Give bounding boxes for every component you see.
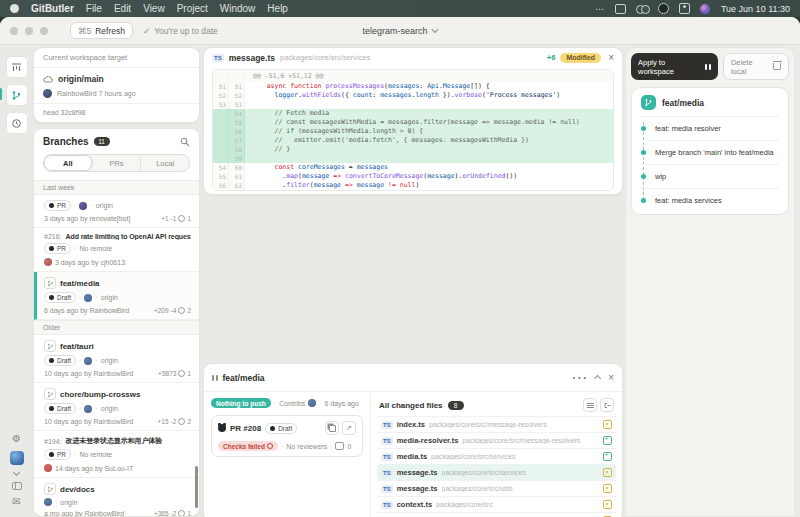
more-icon[interactable]: ⋯ (571, 368, 587, 387)
pr-badge: PR (44, 243, 71, 254)
refresh-button[interactable]: ⌘5 Refresh (70, 22, 133, 39)
file-name: media.ts (397, 452, 427, 461)
collapse-icon[interactable] (594, 375, 601, 382)
file-row[interactable]: TSmedia.tspackages/core/src/services (377, 448, 616, 464)
branch-list-item[interactable]: feat/tauriDraft··origin10 days ago by Ra… (34, 335, 199, 383)
close-icon[interactable]: × (608, 372, 614, 383)
file-name: context.ts (397, 500, 432, 509)
branch-icon (44, 483, 56, 495)
draft-badge: Draft (44, 292, 76, 303)
file-row[interactable]: TSmessage.tspackages/core/src/utils (377, 480, 616, 496)
project-selector[interactable]: telegram-search (362, 26, 437, 36)
diff-line[interactable]: 5561 .map(message => convertToCoreMessag… (213, 172, 613, 181)
branch-list-item[interactable]: dev/docs·origina mo ago by RainbowBird+3… (34, 478, 199, 516)
file-row[interactable]: TSindex.tspackages/core/src/message-reso… (377, 416, 616, 432)
zoom-window-button[interactable] (40, 27, 48, 35)
tab-local[interactable]: Local (141, 155, 189, 171)
diff-line[interactable]: 58 // } (213, 145, 613, 154)
file-row[interactable]: TSmessage.tspackages/core/src/services (377, 464, 616, 480)
apply-to-workspace-button[interactable]: Apply to workspace (631, 53, 718, 80)
file-path: packages/core/src/services (431, 453, 515, 460)
minimize-window-button[interactable] (25, 27, 33, 35)
user-switcher-icon[interactable] (679, 4, 690, 14)
commit-row[interactable]: wip (641, 164, 779, 188)
new-line-number: 60 (229, 163, 245, 172)
branch-list-item[interactable]: chore/bump-crosswsDraft··origin10 days a… (34, 383, 199, 431)
branches-title: Branches (43, 136, 89, 147)
github-icon (49, 452, 54, 457)
copy-icon[interactable] (325, 421, 339, 435)
branch-meta: 3 days ago by renovate[bot] (44, 215, 130, 222)
sidebar-scrollbar[interactable] (195, 466, 198, 508)
window-toolbar: ⌘5 Refresh ✓ You're up to date telegram-… (0, 17, 800, 45)
branch-list-item[interactable]: #216:Add rate limiting to OpenAI API req… (34, 228, 199, 272)
diff-line[interactable]: 54 // Fetch media (213, 109, 613, 118)
diff-line[interactable]: 55 // const messagesWithMedia = messages… (213, 118, 613, 127)
menu-item-project[interactable]: Project (177, 3, 208, 14)
file-row[interactable]: TSmedia-resolver.tspackages/core/src/mes… (377, 432, 616, 448)
menu-item-window[interactable]: Window (220, 3, 256, 14)
tab-prs[interactable]: PRs (93, 155, 142, 171)
mail-icon[interactable]: ✉ (12, 497, 20, 507)
diff-line[interactable]: 5353 (213, 100, 613, 109)
history-icon[interactable] (6, 112, 28, 134)
github-icon (49, 406, 54, 411)
search-icon[interactable] (180, 137, 190, 147)
branch-list-item[interactable]: PR··origin3 days ago by renovate[bot]+1-… (34, 195, 199, 228)
siri-icon[interactable] (700, 4, 711, 14)
diff-line[interactable]: 57 // emitter.emit('media:fetch', { mess… (213, 136, 613, 145)
apple-menu-icon[interactable] (10, 4, 19, 13)
diff-line[interactable]: 59 (213, 154, 613, 163)
branch-stats: +1-11 (161, 215, 191, 222)
menu-item-view[interactable]: View (143, 3, 165, 14)
diff-line[interactable]: 5460 const coreMessages = messages (213, 163, 613, 172)
dark-app-icon[interactable] (658, 4, 669, 14)
branches-icon[interactable] (6, 84, 28, 106)
diff-line[interactable]: 5151 async function processMessages(mess… (213, 82, 613, 91)
target-branch-name[interactable]: origin/main (58, 74, 104, 84)
commit-count-icon (178, 510, 185, 516)
branch-list-item[interactable]: feat/mediaDraft··origin6 days ago by Rai… (34, 272, 199, 320)
panel-icon[interactable] (12, 482, 22, 490)
file-path: packages/core/src/services (442, 469, 526, 476)
pr-card[interactable]: PR #208 Draft ↗ Checks failed · No (211, 415, 363, 457)
additions: +5873 (158, 370, 176, 377)
workspace-icon[interactable] (6, 56, 28, 78)
code-text (245, 100, 613, 109)
commit-count: 2 (187, 307, 191, 314)
diff-hunk[interactable]: @@ -51,6 +51,12 @@ 5151 async function p… (212, 69, 614, 191)
commit-row[interactable]: feat: media services (641, 188, 779, 212)
display-icon[interactable] (615, 4, 626, 14)
menu-item-help[interactable]: Help (267, 3, 288, 14)
branch-group-label: Last week (34, 180, 199, 195)
list-view-icon[interactable] (583, 398, 597, 412)
close-window-button[interactable] (10, 27, 18, 35)
diff-line[interactable]: 5252 logger.withFields({ count: messages… (213, 91, 613, 100)
app-menu[interactable]: GitButler (31, 3, 74, 14)
profiles-icon[interactable] (636, 5, 648, 13)
menu-item-edit[interactable]: Edit (114, 3, 131, 14)
commit-row[interactable]: Merge branch 'main' into feat/media (641, 140, 779, 164)
close-icon[interactable]: × (608, 52, 614, 63)
code-text: // Fetch media (245, 109, 613, 118)
branch-list-item[interactable]: #194:改进未登录状态显示和用户体验PR·No remote14 days a… (34, 431, 199, 478)
file-row[interactable]: TSevent-handler.tspackages/core/src (377, 512, 616, 517)
tab-all[interactable]: All (44, 155, 93, 171)
gear-icon[interactable]: ⚙ (12, 434, 21, 444)
file-row[interactable]: TScontext.tspackages/core/src (377, 496, 616, 512)
file-path: packages/core/src/message-resolvers (462, 437, 580, 444)
menu-clock[interactable]: Tue Jun 10 11:30 (721, 4, 790, 14)
stack-branch-name[interactable]: feat/media (662, 98, 704, 108)
tree-view-icon[interactable] (600, 398, 614, 412)
diff-line[interactable]: 5662 .filter(message => message != null) (213, 181, 613, 190)
more-icon[interactable]: ⋯ (594, 4, 605, 14)
file-name: message.ts (229, 53, 275, 63)
delete-local-button[interactable]: Delete local (723, 53, 789, 80)
sync-status: ✓ You're up to date (143, 26, 218, 36)
open-external-icon[interactable]: ↗ (342, 421, 356, 435)
user-avatar[interactable] (10, 451, 24, 465)
menu-item-file[interactable]: File (86, 3, 102, 14)
diff-line[interactable]: 56 // if (messagesWithMedia.length > 0) … (213, 127, 613, 136)
modified-status-icon (603, 500, 612, 509)
commit-row[interactable]: feat: media resolver (641, 116, 779, 140)
